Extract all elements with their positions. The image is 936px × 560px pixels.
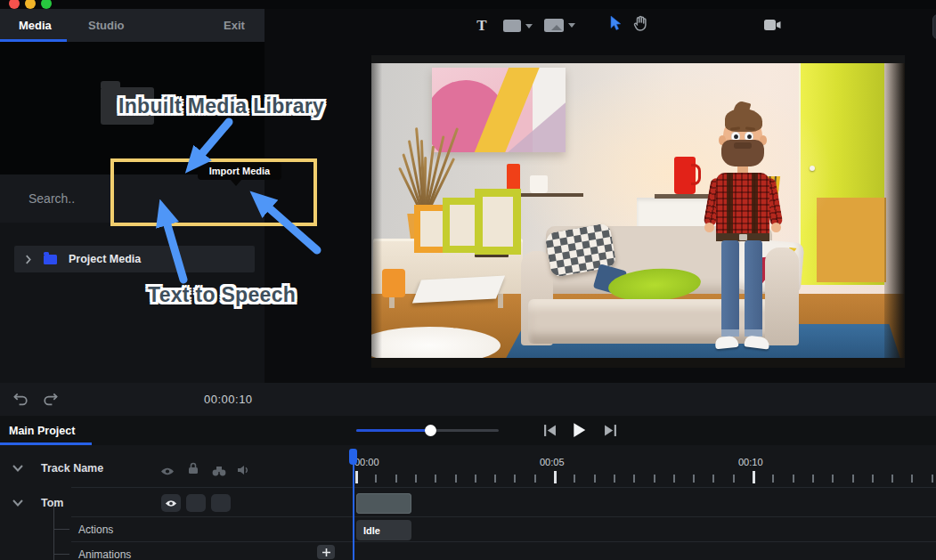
folder-blue-icon [44,255,57,264]
seek-slider-knob[interactable] [425,425,436,436]
timeline-ruler-ticks[interactable] [354,471,936,485]
tom-leg-left [721,240,739,337]
subtrack-animations-label[interactable]: Animations [78,548,131,560]
traffic-light-zoom-icon[interactable] [41,0,52,9]
skip-to-start-button[interactable] [543,424,559,438]
hand-icon [633,15,647,31]
preview-bottom-edge [371,358,905,368]
subtrack-actions-label[interactable]: Actions [78,523,113,536]
timeline-header-bar: 00:00:10 [0,383,936,416]
tom-shoe-left [714,336,738,350]
seek-slider[interactable] [356,429,499,432]
idle-action-clip[interactable]: Idle [356,520,411,540]
track-tree-line [53,506,54,560]
select-tool-button[interactable] [608,15,623,31]
white-mug [530,175,548,193]
tom-track-clip[interactable] [356,493,411,514]
skip-end-icon [604,424,617,437]
orange-watering-can [382,269,405,297]
shape-swatch-icon [503,20,521,32]
preview-top-edge [371,55,905,63]
track-tree-line [53,529,69,530]
speaker-icon [237,465,249,475]
tom-shoe-right [744,335,769,349]
row-separator [71,516,936,517]
lime-picture-frame-large [475,189,521,255]
room-right-shadow [884,55,905,368]
ruler-label-5: 00:05 [540,457,565,467]
binoculars-icon [212,466,226,476]
play-icon [572,422,587,438]
playhead-handle[interactable] [349,449,357,465]
ruler-label-10: 00:10 [738,457,763,467]
preview-mode-toggle[interactable] [212,464,226,480]
timeline-tracks-area: Track Name Tom [0,445,936,560]
skip-to-end-button[interactable] [604,424,620,438]
undo-button[interactable] [12,392,30,407]
tom-option-button[interactable] [186,494,206,512]
tom-hand-right [771,223,781,232]
tom-mustache [734,142,752,149]
eye-icon [165,499,177,507]
tom-shirt [716,173,769,237]
chevron-down-icon[interactable] [12,465,23,472]
add-animation-button[interactable] [317,545,335,559]
row-separator [71,541,936,542]
image-tool-button[interactable] [544,19,575,32]
eye-icon [160,467,175,476]
track-name-header: Track Name [41,462,103,475]
text-tool-button[interactable]: T [475,17,489,35]
chevron-down-icon[interactable] [12,499,23,507]
annotation-text-to-speech: Text to Speech [148,283,296,307]
tom-visibility-button[interactable] [161,494,181,512]
camera-icon [763,19,783,31]
mute-toggle[interactable] [237,463,249,479]
tab-main-project[interactable]: Main Project [9,425,75,437]
tom-belt-buckle [739,234,747,240]
play-button[interactable] [572,422,588,436]
plus-icon [321,548,331,557]
camera-button[interactable] [763,19,783,31]
redo-icon [42,392,59,406]
room-left-shadow [371,55,382,368]
titlebar [0,0,936,9]
caret-down-icon [568,23,575,28]
tab-media[interactable]: Media [19,19,52,32]
seek-slider-fill [356,429,430,432]
import-media-tooltip: Import Media [198,162,281,180]
visibility-toggle[interactable] [160,464,175,480]
track-tom-label[interactable]: Tom [41,497,63,509]
playhead-line [353,449,354,560]
traffic-light-minimize-icon[interactable] [25,0,36,9]
canvas-toolbar: T 46% [265,9,936,42]
lock-icon [188,462,199,475]
video-editor-window: Media Studio Exit T 46% [0,0,936,560]
zoom-level-dropdown[interactable]: 46% [932,14,936,39]
tab-studio[interactable]: Studio [88,19,124,32]
project-media-folder-row[interactable]: Project Media [14,246,255,272]
tom-suspender [727,173,733,235]
cursor-icon [608,15,623,31]
tooltip-caret [231,180,241,186]
lock-toggle[interactable] [188,462,199,478]
tom-hand-left [704,223,714,232]
red-pitcher [674,157,696,194]
chevron-right-icon [25,255,31,264]
hand-tool-button[interactable] [633,15,647,31]
tom-option-button[interactable] [211,494,231,512]
project-media-label: Project Media [69,253,141,265]
row-separator [71,487,936,488]
video-preview-canvas[interactable] [371,55,905,368]
marble-slab [412,276,505,304]
caret-down-icon [525,24,533,28]
tom-suspender [752,173,758,235]
image-swatch-icon [544,19,564,32]
redo-button[interactable] [41,392,59,407]
tab-exit[interactable]: Exit [224,19,245,32]
timecode-display: 00:00:10 [204,393,253,406]
undo-icon [12,392,29,406]
character-tom[interactable] [705,109,782,358]
shape-tool-button[interactable] [503,20,533,32]
traffic-light-close-icon[interactable] [9,0,20,9]
annotation-inbuilt-media-library: Inbuilt Media Library [118,94,324,118]
